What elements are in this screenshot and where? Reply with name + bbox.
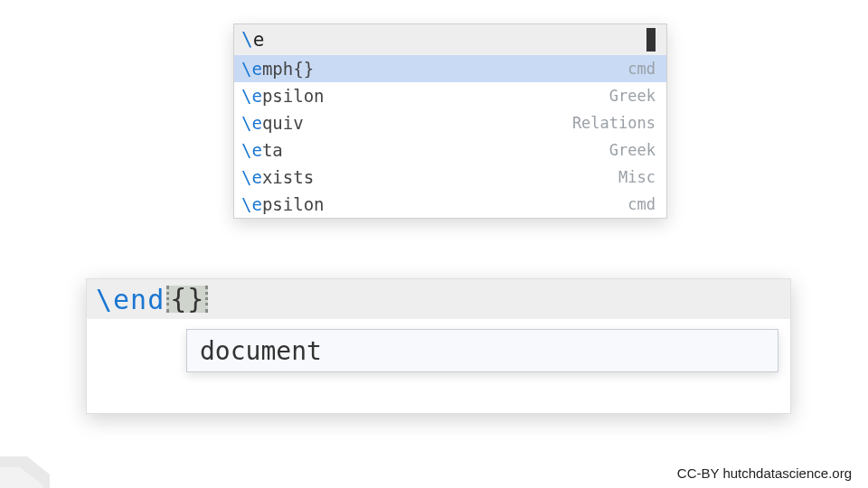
suggestion-item[interactable]: \epsilon cmd xyxy=(234,191,666,218)
editor-snippet: \end {} document xyxy=(86,278,791,414)
autocomplete-input-line[interactable]: \e xyxy=(234,24,666,55)
brace-placeholder[interactable]: {} xyxy=(166,286,208,313)
suggestion-label: \epsilon xyxy=(241,194,325,214)
suggestion-label: \exists xyxy=(241,167,314,187)
code-command: end xyxy=(113,284,165,315)
suggestion-item[interactable]: \exists Misc xyxy=(234,164,666,191)
suggestion-item[interactable]: \emph{} cmd xyxy=(234,55,666,82)
attribution-text: CC-BY hutchdatascience.org xyxy=(677,465,852,481)
suggestion-category: Greek xyxy=(609,141,656,159)
suggestion-category: Greek xyxy=(609,87,656,105)
suggestion-category: cmd xyxy=(627,60,656,78)
suggestion-category: cmd xyxy=(627,195,656,213)
suggestion-label: \eta xyxy=(241,140,283,160)
suggestion-category: Relations xyxy=(572,114,656,132)
suggestion-item[interactable]: \eta Greek xyxy=(234,136,666,164)
suggestion-category: Misc xyxy=(618,168,656,186)
autocomplete-popup: \e \emph{} cmd \epsilon Greek \equiv Rel… xyxy=(233,23,667,219)
text-cursor-icon xyxy=(646,28,656,52)
input-backslash: \ xyxy=(241,29,253,51)
corner-decoration-icon xyxy=(0,447,63,488)
argument-hint-tooltip[interactable]: document xyxy=(186,329,778,372)
suggestion-item[interactable]: \equiv Relations xyxy=(234,109,666,136)
suggestion-item[interactable]: \epsilon Greek xyxy=(234,82,666,109)
argument-hint-text: document xyxy=(200,336,322,366)
code-backslash: \ xyxy=(96,284,113,315)
suggestion-label: \epsilon xyxy=(241,86,325,106)
code-line[interactable]: \end {} xyxy=(87,279,790,319)
brace-slot-icon: {} xyxy=(166,286,208,313)
suggestion-label: \equiv xyxy=(241,113,304,133)
input-typed-letter: e xyxy=(253,29,265,51)
suggestion-label: \emph{} xyxy=(241,59,314,79)
